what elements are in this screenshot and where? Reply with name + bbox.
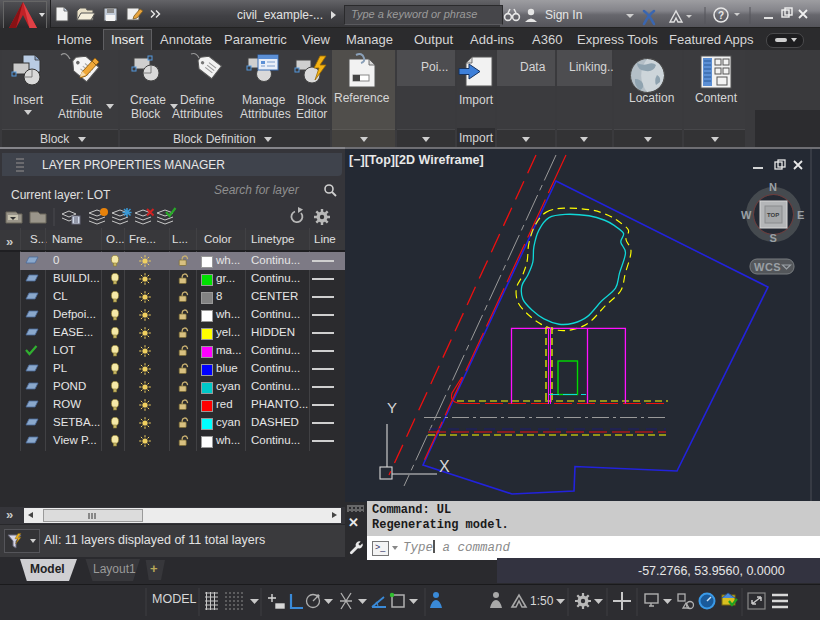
svg-text:1:50: 1:50 [530,594,554,608]
svg-text:Sign In: Sign In [545,8,582,22]
svg-text:N: N [769,181,777,193]
svg-text:TOP: TOP [767,212,779,218]
svg-text:W: W [741,209,752,221]
svg-text:X: X [439,458,450,475]
svg-text:WCS: WCS [754,261,781,273]
svg-text:S: S [770,232,777,244]
svg-text:Y: Y [387,399,397,416]
svg-text:E: E [797,209,804,221]
svg-text:?: ? [718,10,724,21]
svg-text:[−][Top][2D Wireframe]: [−][Top][2D Wireframe] [349,153,484,167]
